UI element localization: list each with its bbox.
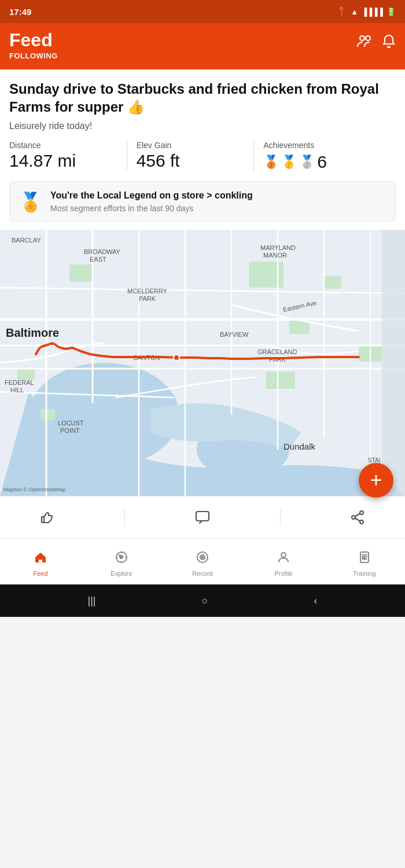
distance-value: 14.87 mi bbox=[9, 151, 120, 170]
distance-stat: Distance 14.87 mi bbox=[9, 141, 127, 170]
svg-point-59 bbox=[202, 556, 204, 558]
status-bar: 17:49 📍 ▲ ▐▐▐▐ 🔋 bbox=[0, 0, 405, 23]
share-button[interactable] bbox=[340, 506, 375, 529]
legend-laurel-icon: 🏅 bbox=[19, 191, 42, 213]
svg-text:GRACELAND: GRACELAND bbox=[257, 348, 297, 355]
status-icons: 📍 ▲ ▐▐▐▐ 🔋 bbox=[336, 6, 396, 17]
comment-button[interactable] bbox=[185, 506, 220, 529]
legend-text: You're the Local Legend on g store > con… bbox=[50, 190, 253, 214]
bottom-nav: Feed Explore Record bbox=[0, 538, 405, 584]
training-icon bbox=[358, 550, 371, 568]
header-icons bbox=[356, 34, 396, 52]
battery-icon: 🔋 bbox=[386, 8, 396, 16]
feed-nav-label: Feed bbox=[33, 570, 47, 577]
svg-text:BAYVIEW: BAYVIEW bbox=[220, 331, 249, 338]
svg-rect-8 bbox=[324, 276, 341, 289]
achievements-label: Achievements bbox=[263, 141, 396, 150]
svg-text:BROADWAY: BROADWAY bbox=[84, 248, 121, 255]
android-home-button[interactable]: ○ bbox=[202, 595, 208, 607]
svg-text:Baltimore: Baltimore bbox=[6, 326, 59, 339]
svg-text:FEDERAL: FEDERAL bbox=[5, 379, 34, 386]
action-bar-container: + bbox=[0, 496, 405, 538]
svg-line-54 bbox=[355, 518, 360, 521]
svg-point-47 bbox=[174, 355, 179, 361]
post-subtitle: Leisurely ride today! bbox=[9, 121, 396, 131]
achievements-row: 🥉 🥇 🥈 6 bbox=[263, 152, 396, 172]
svg-text:MCELDERRY: MCELDERRY bbox=[127, 288, 168, 295]
record-icon bbox=[196, 550, 209, 568]
svg-point-60 bbox=[281, 553, 286, 557]
nav-item-profile[interactable]: Profile bbox=[243, 539, 324, 584]
nav-item-training[interactable]: Training bbox=[324, 539, 405, 584]
svg-text:MARYLAND: MARYLAND bbox=[260, 244, 296, 251]
elev-label: Elev Gain bbox=[137, 141, 247, 150]
medal-3-icon: 🥈 bbox=[299, 155, 315, 170]
legend-description: Most segment efforts in the last 90 days bbox=[50, 204, 253, 213]
svg-line-53 bbox=[355, 514, 360, 517]
medal-2-icon: 🥇 bbox=[281, 155, 297, 170]
nav-item-explore[interactable]: Explore bbox=[81, 539, 162, 584]
svg-text:EAST: EAST bbox=[90, 256, 106, 263]
svg-text:POINT: POINT bbox=[60, 427, 80, 434]
svg-point-0 bbox=[360, 36, 365, 41]
android-back-button[interactable]: ‹ bbox=[314, 595, 317, 607]
header: Feed FOLLOWING bbox=[0, 23, 405, 69]
elev-value: 456 ft bbox=[137, 151, 247, 170]
legend-title: You're the Local Legend on g store > con… bbox=[50, 190, 253, 202]
svg-rect-26 bbox=[382, 230, 405, 496]
svg-rect-49 bbox=[196, 512, 209, 521]
svg-text:LOCUST: LOCUST bbox=[58, 420, 84, 426]
achievements-count: 6 bbox=[317, 152, 327, 172]
notification-icon[interactable] bbox=[382, 34, 396, 52]
profile-nav-label: Profile bbox=[274, 570, 292, 577]
divider-2 bbox=[280, 509, 281, 526]
svg-text:PARK: PARK bbox=[139, 295, 156, 302]
header-subtitle: FOLLOWING bbox=[9, 52, 58, 60]
record-nav-label: Record bbox=[192, 570, 212, 577]
header-title-block: Feed FOLLOWING bbox=[9, 30, 58, 60]
action-bar bbox=[0, 496, 405, 538]
android-nav-bar: ||| ○ ‹ bbox=[0, 584, 405, 617]
plus-icon: + bbox=[370, 470, 382, 491]
svg-text:BARCLAY: BARCLAY bbox=[12, 237, 41, 244]
post-content: Sunday drive to Starbucks and fried chic… bbox=[0, 69, 405, 230]
route-map[interactable]: BARCLAY BROADWAY EAST MARYLAND MANOR MCE… bbox=[0, 230, 405, 496]
svg-text:Dundalk: Dundalk bbox=[284, 442, 316, 451]
training-nav-label: Training bbox=[353, 570, 375, 577]
nav-item-record[interactable]: Record bbox=[162, 539, 243, 584]
svg-rect-5 bbox=[69, 264, 93, 282]
signal-icon: ▐▐▐▐ bbox=[362, 8, 383, 16]
svg-point-1 bbox=[366, 36, 370, 41]
divider-1 bbox=[124, 509, 125, 526]
explore-icon bbox=[115, 550, 128, 568]
achievements-stat: Achievements 🥉 🥇 🥈 6 bbox=[253, 141, 396, 172]
svg-rect-11 bbox=[17, 369, 35, 380]
post-title: Sunday drive to Starbucks and fried chic… bbox=[9, 80, 396, 116]
legend-banner[interactable]: 🏅 You're the Local Legend on g store > c… bbox=[9, 181, 396, 222]
explore-nav-label: Explore bbox=[111, 570, 132, 577]
like-button[interactable] bbox=[30, 506, 65, 529]
friends-icon[interactable] bbox=[356, 34, 373, 52]
location-icon: 📍 bbox=[336, 6, 347, 17]
stats-row: Distance 14.87 mi Elev Gain 456 ft Achie… bbox=[9, 141, 396, 172]
nav-item-feed[interactable]: Feed bbox=[0, 539, 81, 584]
elevation-stat: Elev Gain 456 ft bbox=[127, 141, 254, 170]
status-time: 17:49 bbox=[9, 7, 31, 17]
medal-1-icon: 🥉 bbox=[263, 155, 279, 170]
wifi-icon: ▲ bbox=[351, 8, 358, 16]
record-fab-button[interactable]: + bbox=[359, 463, 393, 498]
svg-text:Mapbox © OpenStreetMap: Mapbox © OpenStreetMap bbox=[3, 487, 65, 492]
svg-text:HILL: HILL bbox=[10, 387, 24, 393]
svg-rect-12 bbox=[41, 409, 55, 421]
page-title: Feed bbox=[9, 30, 58, 50]
distance-label: Distance bbox=[9, 141, 120, 150]
svg-text:MANOR: MANOR bbox=[263, 252, 287, 259]
profile-icon bbox=[277, 550, 290, 568]
svg-rect-9 bbox=[266, 372, 295, 389]
home-icon bbox=[34, 550, 47, 568]
android-recent-button[interactable]: ||| bbox=[88, 595, 96, 607]
